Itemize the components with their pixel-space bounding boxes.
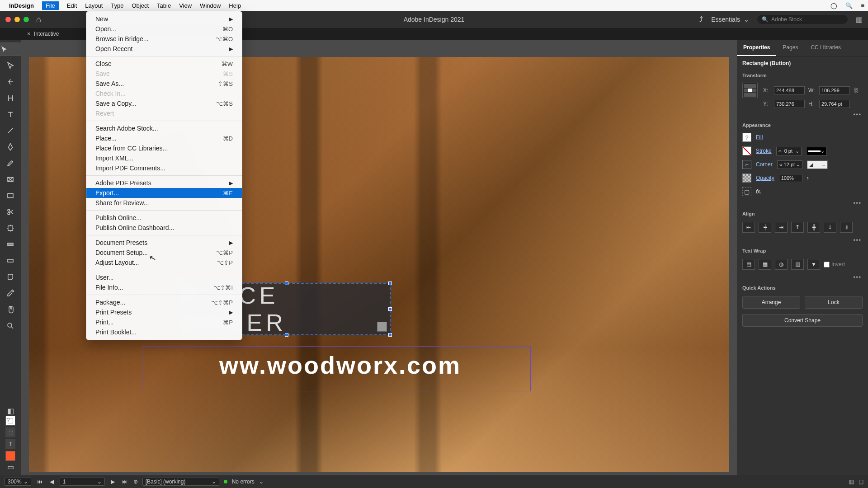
wrap-bbox[interactable]: ▦ xyxy=(759,259,771,270)
fill-link[interactable]: Fill xyxy=(756,134,763,141)
reference-point[interactable] xyxy=(742,83,758,98)
align-vcenter[interactable]: ╋ xyxy=(807,222,820,233)
opacity-icon[interactable] xyxy=(742,174,751,183)
stock-search[interactable]: 🔍 Adobe Stock xyxy=(757,15,848,24)
menu-item-package[interactable]: Package...⌥⇧⌘P xyxy=(86,297,242,307)
lock-button[interactable]: Lock xyxy=(805,296,863,309)
first-page-icon[interactable]: ⏮ xyxy=(36,479,44,485)
wrap-next[interactable]: ▼ xyxy=(807,259,820,270)
hand-tool[interactable] xyxy=(4,303,17,316)
share-icon[interactable]: ⤴ xyxy=(699,15,703,23)
url-text-frame[interactable]: ww.woodworx.com xyxy=(142,346,531,391)
document-tab[interactable]: Interactive xyxy=(34,31,59,37)
free-transform-tool[interactable] xyxy=(4,221,17,235)
menu-item-save-as[interactable]: Save As...⇧⌘S xyxy=(86,79,242,89)
tab-cc-libraries[interactable]: CC Libraries xyxy=(804,40,847,56)
screen-mode[interactable]: ▭ xyxy=(4,463,17,471)
menu-item-import-pdf-comments[interactable]: Import PDF Comments... xyxy=(86,163,242,173)
align-top[interactable]: ⤒ xyxy=(791,222,804,233)
tab-pages[interactable]: Pages xyxy=(776,40,804,56)
distribute[interactable]: ⫴ xyxy=(840,222,853,233)
rectangle-tool[interactable] xyxy=(4,189,17,202)
menu-item-publish-online-dashboard[interactable]: Publish Online Dashboard... xyxy=(86,223,242,233)
zoom-tool[interactable] xyxy=(4,319,17,333)
menu-item-print-presets[interactable]: Print Presets▶ xyxy=(86,307,242,317)
search-icon[interactable]: 🔍 xyxy=(845,2,853,9)
stroke-style[interactable]: ⌄ xyxy=(806,147,827,155)
cc-icon[interactable]: ◯ xyxy=(830,2,837,9)
window-minimize[interactable] xyxy=(14,17,20,22)
eyedropper-tool[interactable] xyxy=(4,286,17,300)
formatting-container[interactable]: T xyxy=(5,439,15,449)
menu-item-new[interactable]: New▶ xyxy=(86,14,242,24)
window-close[interactable] xyxy=(5,17,11,22)
menu-table[interactable]: Table xyxy=(157,2,171,9)
wrap-jump[interactable]: ▥ xyxy=(791,259,804,270)
align-bottom[interactable]: ⤓ xyxy=(824,222,836,233)
window-zoom[interactable] xyxy=(24,17,29,22)
menu-help[interactable]: Help xyxy=(229,2,241,9)
w-field[interactable] xyxy=(819,86,850,94)
scissors-tool[interactable] xyxy=(4,205,17,219)
page-tool[interactable] xyxy=(4,75,17,89)
y-field[interactable] xyxy=(774,100,805,108)
structure-pane-icon[interactable]: ▥ xyxy=(849,479,854,485)
align-left[interactable]: ⇤ xyxy=(742,222,755,233)
x-field[interactable] xyxy=(774,86,805,94)
menu-item-browse-in-bridge[interactable]: Browse in Bridge...⌥⌘O xyxy=(86,34,242,44)
transform-more[interactable]: ••• xyxy=(737,110,868,120)
align-hcenter[interactable]: ┿ xyxy=(759,222,771,233)
invert-wrap[interactable]: Invert xyxy=(824,259,845,270)
note-tool[interactable] xyxy=(4,270,17,284)
opacity-flyout-icon[interactable]: › xyxy=(807,175,809,181)
default-colors[interactable]: ⬚ xyxy=(5,427,15,437)
prev-page-icon[interactable]: ◀ xyxy=(48,479,55,485)
menu-item-open[interactable]: Open...⌘O xyxy=(86,24,242,34)
h-field[interactable] xyxy=(819,100,850,108)
close-tab-icon[interactable]: × xyxy=(27,31,30,37)
open-dialog-icon[interactable]: ⊕ xyxy=(133,479,138,485)
pencil-tool[interactable] xyxy=(4,156,17,170)
workspace-switcher[interactable]: Essentials⌄ xyxy=(711,16,749,23)
effects-icon[interactable]: ▢ xyxy=(742,187,751,196)
menu-item-open-recent[interactable]: Open Recent▶ xyxy=(86,44,242,54)
menu-edit[interactable]: Edit xyxy=(67,2,77,9)
corner-link[interactable]: Corner xyxy=(756,161,773,168)
fill-swatch[interactable]: ? xyxy=(5,416,15,426)
menu-object[interactable]: Object xyxy=(132,2,149,9)
menu-layout[interactable]: Layout xyxy=(85,2,103,9)
control-center-icon[interactable]: ≡ xyxy=(861,2,864,9)
menu-item-adjust-layout[interactable]: Adjust Layout...⌥⇧P xyxy=(86,258,242,267)
line-tool[interactable] xyxy=(4,124,17,137)
menu-item-print[interactable]: Print...⌘P xyxy=(86,317,242,327)
type-tool[interactable] xyxy=(4,108,17,121)
menu-item-file-info[interactable]: File Info...⌥⇧⌘I xyxy=(86,282,242,292)
align-right[interactable]: ⇥ xyxy=(775,222,788,233)
menu-type[interactable]: Type xyxy=(111,2,123,9)
menu-item-user[interactable]: User... xyxy=(86,272,242,282)
app-name[interactable]: InDesign xyxy=(9,2,34,9)
direct-selection-tool[interactable] xyxy=(4,59,17,72)
menu-item-save-a-copy[interactable]: Save a Copy...⌥⌘S xyxy=(86,99,242,108)
fx-icon[interactable]: fx. xyxy=(756,188,762,195)
convert-shape-button[interactable]: Convert Shape xyxy=(742,314,863,327)
tab-properties[interactable]: Properties xyxy=(737,40,776,56)
stroke-swatch-icon[interactable] xyxy=(742,146,751,155)
page-field[interactable]: 1⌄ xyxy=(60,478,105,486)
appearance-more[interactable]: ••• xyxy=(737,198,868,208)
menu-item-document-setup[interactable]: Document Setup...⌥⌘P xyxy=(86,248,242,258)
selection-tool[interactable] xyxy=(0,42,23,56)
home-icon[interactable]: ⌂ xyxy=(36,15,41,24)
menu-item-print-booklet[interactable]: Print Booklet... xyxy=(86,327,242,337)
rectangle-frame-tool[interactable] xyxy=(4,173,17,186)
gradient-swatch-tool[interactable] xyxy=(4,238,17,251)
preflight-profile[interactable]: [Basic] (working)⌄ xyxy=(142,478,219,486)
menu-window[interactable]: Window xyxy=(200,2,221,9)
menu-item-place-from-cc-libraries[interactable]: Place from CC Libraries... xyxy=(86,143,242,153)
preflight-errors[interactable]: No errors xyxy=(232,479,255,485)
align-more[interactable]: ••• xyxy=(737,235,868,245)
fill-swatch-icon[interactable]: ? xyxy=(742,133,751,142)
pen-tool[interactable] xyxy=(4,140,17,154)
wrap-shape[interactable]: ◍ xyxy=(775,259,788,270)
wrap-more[interactable]: ••• xyxy=(737,272,868,282)
